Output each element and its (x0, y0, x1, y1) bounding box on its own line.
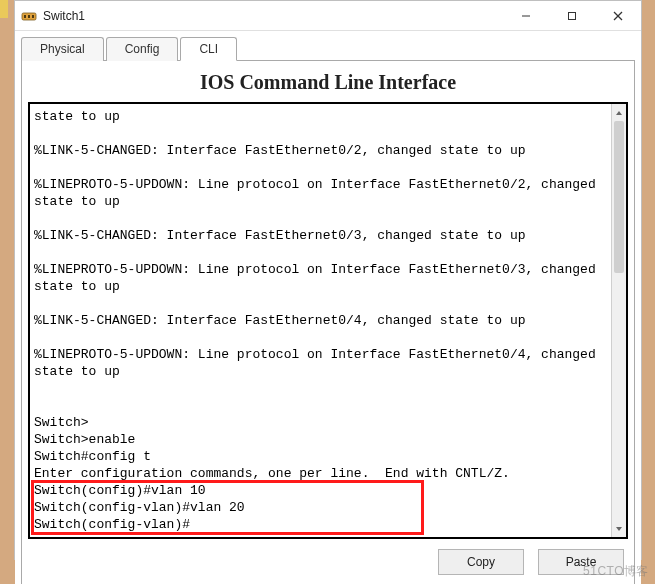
client-area: Physical Config CLI IOS Command Line Int… (15, 31, 641, 584)
svg-rect-1 (24, 15, 26, 18)
button-row: Copy Paste (28, 539, 628, 577)
minimize-button[interactable] (503, 1, 549, 31)
tab-config[interactable]: Config (106, 37, 179, 61)
background-fragment (0, 0, 8, 18)
cli-panel: IOS Command Line Interface state to up %… (21, 61, 635, 584)
cli-heading: IOS Command Line Interface (28, 71, 628, 94)
app-icon (21, 8, 37, 24)
svg-marker-8 (616, 111, 622, 115)
copy-button[interactable]: Copy (438, 549, 524, 575)
svg-rect-2 (28, 15, 30, 18)
terminal-container: state to up %LINK-5-CHANGED: Interface F… (28, 102, 628, 539)
close-button[interactable] (595, 1, 641, 31)
app-window: Switch1 Physical Config CLI IOS Command … (14, 0, 642, 560)
svg-marker-9 (616, 527, 622, 531)
scrollbar-thumb[interactable] (614, 121, 624, 273)
vertical-scrollbar[interactable] (611, 104, 626, 537)
scrollbar-track[interactable] (612, 121, 626, 520)
scroll-down-arrow-icon[interactable] (612, 520, 626, 537)
tab-cli[interactable]: CLI (180, 37, 237, 61)
terminal-output[interactable]: state to up %LINK-5-CHANGED: Interface F… (30, 104, 611, 537)
tab-strip: Physical Config CLI (21, 35, 635, 61)
maximize-button[interactable] (549, 1, 595, 31)
paste-button[interactable]: Paste (538, 549, 624, 575)
tab-physical[interactable]: Physical (21, 37, 104, 61)
svg-rect-3 (32, 15, 34, 18)
svg-rect-5 (569, 12, 576, 19)
scroll-up-arrow-icon[interactable] (612, 104, 626, 121)
titlebar[interactable]: Switch1 (15, 1, 641, 31)
window-title: Switch1 (43, 9, 85, 23)
